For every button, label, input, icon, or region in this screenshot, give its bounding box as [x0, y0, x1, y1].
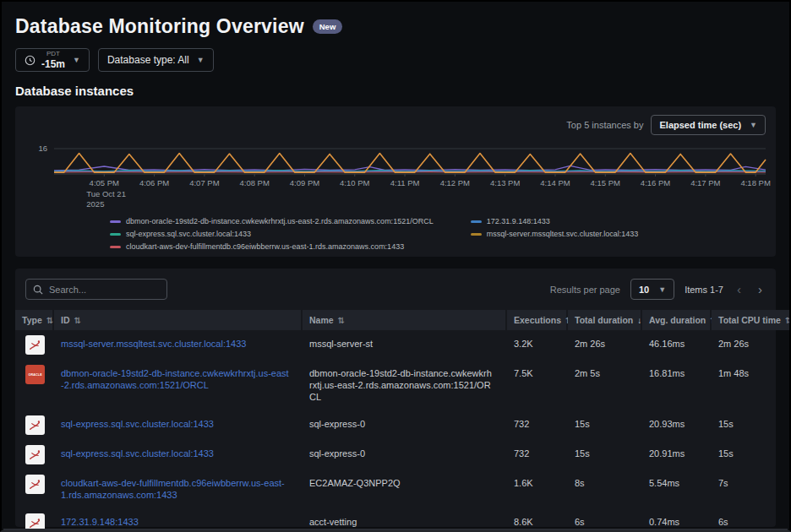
range-label: -15m: [41, 59, 65, 69]
column-header-avg-duration[interactable]: Avg. duration⇅: [642, 310, 710, 330]
table-body: mssql-server.mssqltest.svc.cluster.local…: [15, 330, 776, 532]
total-cpu-cell: 7s: [712, 470, 776, 508]
instance-id-link[interactable]: 172.31.9.148:1433: [61, 517, 139, 527]
oracle-icon-text: ORACLE: [28, 372, 41, 377]
column-header-label: Avg. duration: [649, 315, 706, 325]
name-cell: mssql-server-st: [303, 330, 505, 360]
legend-item[interactable]: mssql-server.mssqltest.svc.cluster.local…: [471, 229, 639, 240]
x-axis-tick: 4:07 PM: [189, 178, 219, 187]
legend-swatch: [110, 220, 121, 223]
x-axis-tick: 4:18 PM: [740, 178, 770, 187]
total-cpu-cell: 2m 26s: [712, 330, 776, 360]
executions-cell: 1.6K: [507, 470, 566, 508]
column-header-id[interactable]: ID⇅: [54, 310, 301, 330]
column-header-type[interactable]: Type⇅: [15, 310, 52, 330]
top5-label: Top 5 instances by: [566, 120, 643, 130]
legend-item[interactable]: cloudkart-aws-dev-fulfillmentdb.c96eiwbb…: [110, 242, 434, 252]
sort-icon: ⇅: [74, 316, 81, 325]
legend-item[interactable]: 172.31.9.148:1433: [471, 216, 639, 227]
x-axis-tick: 4:13 PM: [490, 178, 520, 187]
table-row: sql-express.sql.svc.cluster.local:1433sq…: [15, 440, 776, 470]
series-line-3: [54, 171, 766, 171]
sort-icon: ↓: [637, 316, 641, 325]
next-page-button[interactable]: ›: [755, 282, 766, 296]
timezone-label: PDT: [46, 51, 60, 57]
time-range-picker[interactable]: PDT -15m ▼: [15, 48, 90, 72]
total-duration-cell: 2m 5s: [568, 360, 641, 410]
column-header-total-cpu-time[interactable]: Total CPU time⇅: [712, 310, 791, 330]
series-line-0: [54, 166, 766, 171]
oracle-db-icon: ORACLE: [25, 365, 45, 384]
column-header-label: Total duration: [575, 315, 633, 325]
time-range-value: PDT -15m: [41, 51, 65, 69]
avg-duration-cell: 20.93ms: [642, 410, 710, 440]
instances-table-panel: Results per page 10 ▼ Items 1-7 ‹ › Type…: [15, 269, 776, 527]
x-axis-tick: 4:09 PM: [290, 178, 319, 187]
column-header-label: Name: [309, 315, 334, 325]
instance-id-link[interactable]: cloudkart-aws-dev-fulfillmentdb.c96eiwbb…: [61, 478, 285, 500]
id-cell: mssql-server.mssqltest.svc.cluster.local…: [54, 330, 301, 360]
search-input[interactable]: [49, 285, 150, 295]
page-title: Database Monitoring Overview: [15, 15, 304, 38]
total-cpu-cell: 1m 48s: [712, 360, 776, 410]
instance-id-link[interactable]: mssql-server.mssqltest.svc.cluster.local…: [61, 339, 246, 349]
legend-swatch: [110, 246, 121, 248]
legend-item[interactable]: dbmon-oracle-19std2-db-instance.cwkewkrh…: [110, 216, 434, 227]
x-axis-tick: 4:05 PM: [90, 178, 119, 187]
legend-label: sql-express.sql.svc.cluster.local:1433: [126, 229, 251, 240]
legend-label: mssql-server.mssqltest.svc.cluster.local…: [487, 229, 639, 240]
executions-cell: 732: [507, 410, 566, 440]
legend-swatch: [471, 233, 482, 236]
executions-cell: 3.2K: [507, 330, 566, 360]
toolbar: PDT -15m ▼ Database type: All ▼: [15, 48, 776, 72]
metric-selector[interactable]: Elapsed time (sec) ▼: [651, 115, 766, 135]
type-cell: [15, 440, 52, 470]
column-header-name[interactable]: Name⇅: [303, 310, 505, 330]
previous-page-button[interactable]: ‹: [734, 282, 745, 296]
executions-cell: 7.5K: [507, 360, 566, 410]
avg-duration-cell: 5.54ms: [642, 470, 710, 508]
x-axis-date-label: 2025: [86, 199, 104, 209]
total-duration-cell: 15s: [568, 440, 641, 470]
executions-cell: 732: [507, 440, 566, 470]
table-header-row: Type⇅ID⇅Name⇅Executions⇅Total duration↓A…: [15, 310, 776, 330]
clock-icon: [25, 55, 35, 66]
sort-icon: ⇅: [338, 316, 345, 325]
avg-duration-cell: 20.91ms: [642, 440, 710, 470]
column-header-label: Executions: [514, 315, 561, 325]
total-cpu-cell: 15s: [712, 410, 776, 440]
database-type-filter[interactable]: Database type: All ▼: [98, 48, 214, 72]
sort-icon: ⇅: [785, 316, 791, 325]
table-row: sql-express.sql.svc.cluster.local:1433sq…: [15, 410, 776, 440]
instance-id-link[interactable]: sql-express.sql.svc.cluster.local:1433: [61, 419, 214, 429]
column-header-executions[interactable]: Executions⇅: [507, 310, 566, 330]
results-per-page-label: Results per page: [550, 285, 620, 295]
line-chart[interactable]: 164:05 PM4:06 PM4:07 PM4:08 PM4:09 PM4:1…: [25, 135, 769, 213]
page-header: Database Monitoring Overview New: [15, 15, 776, 38]
x-axis-tick: 4:16 PM: [641, 178, 670, 187]
sqlserver-db-icon: [25, 335, 45, 355]
column-header-label: Total CPU time: [718, 315, 781, 325]
legend-item[interactable]: sql-express.sql.svc.cluster.local:1433: [110, 229, 434, 240]
chart-panel: Top 5 instances by Elapsed time (sec) ▼ …: [15, 106, 776, 257]
sqlserver-db-icon: [25, 445, 45, 464]
column-header-total-duration[interactable]: Total duration↓: [568, 310, 641, 330]
section-title: Database instances: [15, 84, 776, 98]
sqlserver-db-icon: [25, 475, 45, 494]
results-per-page-select[interactable]: 10 ▼: [630, 279, 674, 300]
type-cell: [15, 330, 52, 360]
avg-duration-cell: 46.16ms: [642, 330, 710, 360]
new-badge: New: [313, 19, 343, 34]
name-cell: sql-express-0: [303, 410, 505, 440]
id-cell: sql-express.sql.svc.cluster.local:1433: [54, 440, 301, 470]
legend-swatch: [471, 220, 482, 223]
total-duration-cell: 8s: [568, 470, 641, 508]
id-cell: sql-express.sql.svc.cluster.local:1433: [54, 410, 301, 440]
legend-label: dbmon-oracle-19std2-db-instance.cwkewkrh…: [126, 216, 434, 227]
instance-id-link[interactable]: dbmon-oracle-19std2-db-instance.cwkewkrh…: [61, 368, 289, 390]
instance-id-link[interactable]: sql-express.sql.svc.cluster.local:1433: [61, 448, 214, 459]
x-axis-tick: 4:08 PM: [239, 178, 269, 187]
legend-label: 172.31.9.148:1433: [487, 216, 550, 227]
table-row: ORACLEdbmon-oracle-19std2-db-instance.cw…: [15, 360, 776, 410]
y-axis-tick: 16: [38, 144, 47, 153]
